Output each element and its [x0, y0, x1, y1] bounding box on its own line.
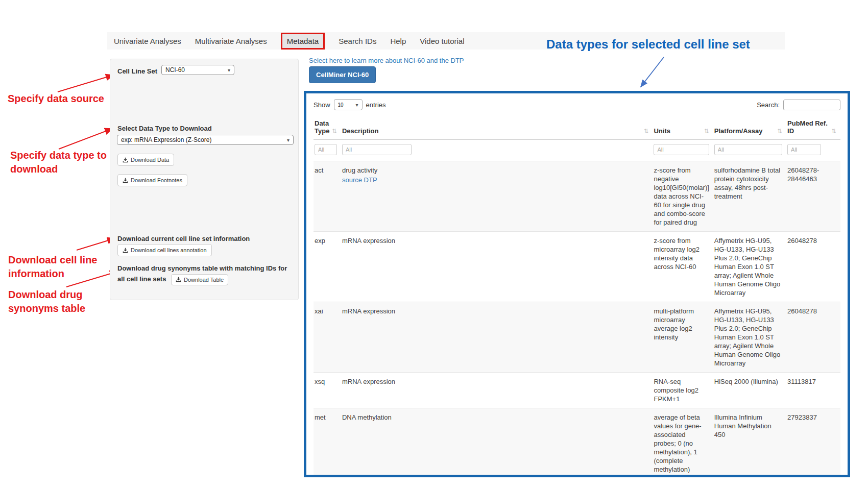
source-dtp-link[interactable]: source DTP — [342, 176, 377, 184]
table-row-act: act drug activity source DTP z-score fro… — [314, 161, 840, 232]
column-label: PubMed Ref. ID — [787, 119, 830, 135]
cell-pubmed: 26048278 — [786, 302, 840, 373]
cell-data-type: exp — [314, 232, 341, 302]
page: Univariate Analyses Multivariate Analyse… — [0, 0, 868, 488]
button-label: Download Table — [184, 277, 224, 283]
nav-multivariate-analyses[interactable]: Multivariate Analyses — [195, 37, 267, 45]
chevron-down-icon: ▾ — [228, 67, 230, 73]
cell-data-type: met — [314, 408, 341, 478]
nav-search-ids[interactable]: Search IDs — [339, 37, 376, 45]
description-text: drug activity — [342, 166, 648, 175]
description-text: mRNA expression — [342, 377, 648, 386]
cell-description: mRNA expression — [341, 302, 653, 373]
arrow-data-types — [641, 57, 664, 87]
cell-units: z-score from negative log10[GI50(molar)]… — [653, 161, 713, 232]
download-icon — [123, 178, 128, 183]
metadata-table: Data Type⇅ Description⇅ Units⇅ Platform/… — [314, 117, 840, 477]
download-icon — [176, 277, 181, 282]
cell-platform: Affymetrix HG-U95, HG-U133, HG-U133 Plus… — [713, 232, 786, 302]
entries-label: entries — [366, 101, 386, 109]
sort-icon[interactable]: ⇅ — [831, 128, 836, 135]
download-footnotes-button[interactable]: Download Footnotes — [117, 174, 187, 186]
nav-univariate-analyses[interactable]: Univariate Analyses — [114, 37, 181, 45]
table-controls: Show 10 ▾ entries Search: — [314, 99, 840, 110]
sort-icon[interactable]: ⇅ — [777, 128, 782, 135]
cell-units: multi-platform microarray average log2 i… — [653, 302, 713, 373]
search-input[interactable] — [783, 100, 840, 110]
description-text: DNA methylation — [342, 413, 648, 422]
cell-description: mRNA expression — [341, 232, 653, 302]
column-label: Platform/Assay — [714, 127, 763, 135]
cell-pubmed: 27923837 — [786, 408, 840, 478]
col-description[interactable]: Description⇅ — [341, 117, 653, 139]
page-size-select[interactable]: 10 ▾ — [334, 99, 363, 110]
note-line: download — [10, 162, 107, 176]
cell-platform: Affymetrix HG-U95, HG-U133, HG-U133 Plus… — [713, 302, 786, 373]
sort-icon[interactable]: ⇅ — [643, 128, 648, 135]
cell-description: DNA methylation — [341, 408, 653, 478]
cell-units: average of beta values for gene-associat… — [653, 408, 713, 478]
download-cell-lines-annotation-button[interactable]: Download cell lines annotation — [117, 244, 212, 256]
download-data-button[interactable]: Download Data — [117, 154, 174, 166]
chevron-down-icon: ▾ — [287, 137, 290, 143]
note-line: information — [8, 267, 97, 281]
description-text: mRNA expression — [342, 307, 648, 315]
note-download-drug-synonyms: Download drug synonyms table — [8, 288, 85, 315]
cell-description: mRNA expression — [341, 373, 653, 408]
sort-icon[interactable]: ⇅ — [704, 128, 709, 135]
filter-units-input[interactable] — [654, 144, 709, 155]
table-row-exp: exp mRNA expression z-score from microar… — [314, 232, 840, 302]
control-panel: Cell Line Set NCI-60 ▾ Select Data Type … — [110, 59, 299, 300]
note-download-cell-line-info: Download cell line information — [8, 253, 97, 281]
cell-line-info-heading: Download current cell line set informati… — [117, 235, 250, 242]
arrow-data-source — [58, 75, 113, 92]
note-line: Download drug — [8, 288, 85, 302]
cellminer-nci60-button[interactable]: CellMiner NCI-60 — [309, 66, 376, 83]
cell-line-set-value: NCI-60 — [165, 66, 185, 74]
drug-synonyms-heading: Download drug synonyms table with matchi… — [117, 263, 294, 285]
sort-icon[interactable]: ⇅ — [332, 128, 337, 135]
cell-platform: Illumina Infinium Human Methylation 450 — [713, 408, 786, 478]
nav-metadata[interactable]: Metadata — [281, 33, 325, 50]
note-specify-data-source: Specify data source — [8, 92, 104, 106]
cell-pubmed: 31113817 — [786, 373, 840, 408]
learn-more-link[interactable]: Select here to learn more about NCI-60 a… — [309, 57, 464, 64]
note-specify-data-type: Specify data type to download — [10, 149, 107, 176]
table-row-xsq: xsq mRNA expression RNA-seq composite lo… — [314, 373, 840, 408]
cell-data-type: act — [314, 161, 341, 232]
col-pubmed-ref-id[interactable]: PubMed Ref. ID⇅ — [786, 117, 840, 139]
search-label: Search: — [757, 101, 780, 109]
download-icon — [123, 248, 128, 253]
button-label: Download Footnotes — [131, 177, 182, 183]
cell-data-type: xai — [314, 302, 341, 373]
col-data-type[interactable]: Data Type⇅ — [314, 117, 341, 139]
note-line: synonyms table — [8, 302, 85, 315]
nav-help[interactable]: Help — [390, 37, 406, 45]
column-label: Description — [342, 127, 379, 135]
filter-description-input[interactable] — [342, 144, 412, 155]
filter-data-type-input[interactable] — [315, 144, 337, 155]
chevron-down-icon: ▾ — [356, 102, 358, 108]
nav-video-tutorial[interactable]: Video tutorial — [420, 37, 464, 45]
column-label: Data Type — [315, 119, 330, 135]
cell-platform: HiSeq 2000 (Illumina) — [713, 373, 786, 408]
filter-pubmed-input[interactable] — [787, 144, 821, 155]
data-type-select[interactable]: exp: mRNA Expression (Z-Score) ▾ — [117, 135, 294, 145]
download-table-button[interactable]: Download Table — [171, 274, 228, 285]
cell-description: drug activity source DTP — [341, 161, 653, 232]
col-platform-assay[interactable]: Platform/Assay⇅ — [713, 117, 786, 139]
button-label: Download cell lines annotation — [131, 247, 207, 253]
cell-units: RNA-seq composite log2 FPKM+1 — [653, 373, 713, 408]
data-type-label: Select Data Type to Download — [117, 125, 212, 132]
col-units[interactable]: Units⇅ — [653, 117, 713, 139]
filter-platform-input[interactable] — [714, 144, 782, 155]
filter-row — [314, 139, 840, 161]
arrow-data-type — [59, 129, 112, 149]
cell-line-set-select[interactable]: NCI-60 ▾ — [161, 65, 234, 75]
show-label: Show — [314, 101, 330, 109]
column-label: Units — [654, 127, 670, 135]
description-text: mRNA expression — [342, 236, 648, 245]
button-label: Download Data — [131, 157, 169, 163]
note-data-types-heading: Data types for selected cell line set — [546, 37, 750, 52]
table-row-met: met DNA methylation average of beta valu… — [314, 408, 840, 478]
